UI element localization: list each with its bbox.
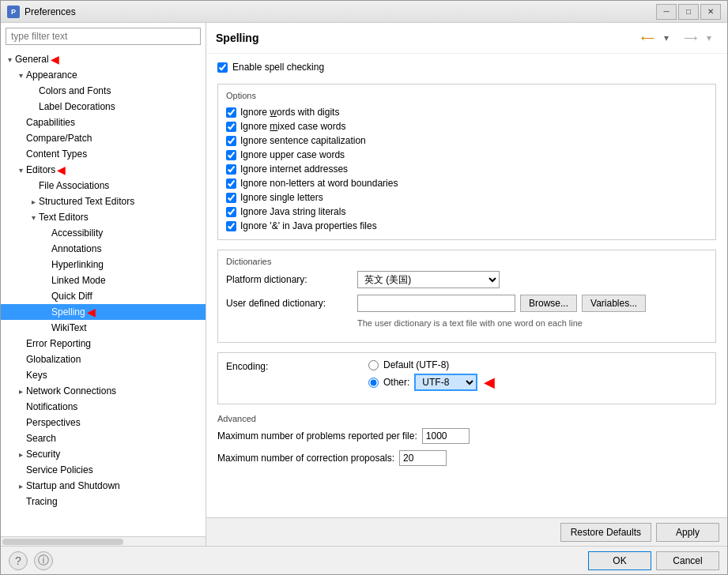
nav-dropdown2-button[interactable]: ▾ [700, 29, 718, 47]
encoding-other-radio[interactable] [368, 378, 379, 388]
cb-mixed[interactable] [226, 122, 236, 132]
tree-item-editors[interactable]: ▾ Editors ◀ [1, 162, 206, 178]
info-button[interactable]: ⓘ [34, 551, 53, 570]
tree-label-service-policies: Service Policies [26, 464, 93, 475]
browse-button[interactable]: Browse... [520, 295, 577, 312]
tree-label-text-editors: Text Editors [39, 212, 89, 223]
enable-spell-checkbox[interactable] [217, 62, 228, 73]
tree-item-notifications[interactable]: ▸ Notifications [1, 399, 206, 415]
right-panel: Spelling ⟵ ▾ ⟶ ▾ Enable spell checking [206, 23, 727, 546]
checkbox-digits: Ignore words with digits [226, 105, 707, 119]
nav-back-button[interactable]: ⟵ [639, 29, 656, 47]
tree-label-annotations: Annotations [51, 243, 101, 254]
close-button[interactable]: ✕ [700, 4, 721, 20]
nav-dropdown-button[interactable]: ▾ [658, 29, 675, 47]
checkbox-ampersand: Ignore '&' in Java properties files [226, 219, 707, 233]
tree-item-linked-mode[interactable]: ▸ Linked Mode [1, 272, 206, 288]
tree-label-label-decorations: Label Decorations [39, 101, 115, 112]
tree-item-file-associations[interactable]: ▸ File Associations [1, 178, 206, 194]
tree-item-structured[interactable]: ▸ Structured Text Editors [1, 194, 206, 209]
window-title: Preferences [25, 6, 656, 17]
left-panel: ▾ General ◀ ▾ Appearance ▸ Colors and Fo… [1, 23, 206, 546]
apply-button[interactable]: Apply [656, 523, 719, 542]
tree: ▾ General ◀ ▾ Appearance ▸ Colors and Fo… [1, 50, 206, 536]
tree-item-label-decorations[interactable]: ▸ Label Decorations [1, 99, 206, 115]
tree-item-wikitext[interactable]: ▸ WikiText [1, 320, 206, 336]
nav-forward-button[interactable]: ⟶ [681, 29, 699, 47]
encoding-default-radio[interactable] [368, 360, 379, 370]
tree-item-capabilities[interactable]: ▸ Capabilities [1, 115, 206, 130]
cb-sentence[interactable] [226, 136, 236, 146]
options-title: Options [226, 91, 707, 100]
minimize-button[interactable]: ─ [656, 4, 677, 20]
tree-item-general[interactable]: ▾ General ◀ [1, 51, 206, 67]
tree-label-linked-mode: Linked Mode [51, 275, 106, 286]
checkbox-non-letters: Ignore non-letters at word boundaries [226, 176, 707, 190]
max-corrections-input[interactable] [399, 450, 447, 466]
scrollbar-track [2, 539, 123, 545]
ok-button[interactable]: OK [588, 551, 651, 570]
tree-item-security[interactable]: ▸ Security [1, 446, 206, 462]
filter-input[interactable] [6, 28, 201, 45]
cb-java-string[interactable] [226, 207, 236, 217]
max-problems-label: Maximum number of problems reported per … [217, 430, 417, 442]
enable-spell-label: Enable spell checking [232, 62, 324, 73]
tree-label-editors: Editors [26, 164, 55, 175]
right-toolbar: ⟵ ▾ ⟶ ▾ [639, 29, 718, 47]
encoding-other-select[interactable]: UTF-8 [414, 374, 477, 391]
main-content: ▾ General ◀ ▾ Appearance ▸ Colors and Fo… [1, 23, 727, 546]
encoding-row: Encoding: Default (UTF-8) Other: UTF-8 [226, 359, 707, 391]
help-button[interactable]: ? [9, 551, 28, 570]
tree-label-error-reporting: Error Reporting [26, 338, 91, 349]
cb-sentence-label: Ignore sentence capitalization [240, 135, 366, 146]
tree-item-accessibility[interactable]: ▸ Accessibility [1, 225, 206, 241]
tree-item-text-editors[interactable]: ▾ Text Editors [1, 209, 206, 225]
encoding-label: Encoding: [226, 359, 353, 372]
tree-item-spelling[interactable]: ▸ Spelling ◀ [1, 304, 206, 320]
cb-digits[interactable] [226, 107, 236, 118]
title-bar: P Preferences ─ □ ✕ [1, 1, 727, 23]
tree-item-error-reporting[interactable]: ▸ Error Reporting [1, 336, 206, 351]
tree-item-compare-patch[interactable]: ▸ Compare/Patch [1, 130, 206, 146]
tree-label-wikitext: WikiText [51, 322, 87, 333]
advanced-section: Advanced Maximum number of problems repo… [217, 414, 716, 466]
tree-item-content-types[interactable]: ▸ Content Types [1, 146, 206, 162]
expand-icon-appearance: ▾ [15, 70, 26, 81]
cb-non-letters[interactable] [226, 179, 236, 189]
tree-item-tracing[interactable]: ▸ Tracing [1, 494, 206, 509]
variables-button[interactable]: Variables... [582, 295, 646, 312]
expand-icon-general: ▾ [4, 54, 15, 65]
tree-item-hyperlinking[interactable]: ▸ Hyperlinking [1, 257, 206, 272]
encoding-section: Encoding: Default (UTF-8) Other: UTF-8 [217, 352, 716, 404]
tree-item-keys[interactable]: ▸ Keys [1, 367, 206, 383]
max-problems-input[interactable] [422, 428, 470, 444]
tree-item-search[interactable]: ▸ Search [1, 430, 206, 446]
horizontal-scrollbar[interactable] [1, 536, 206, 546]
tree-item-annotations[interactable]: ▸ Annotations [1, 241, 206, 257]
tree-label-globalization: Globalization [26, 354, 81, 365]
tree-item-quick-diff[interactable]: ▸ Quick Diff [1, 288, 206, 304]
cb-upper[interactable] [226, 150, 236, 160]
cb-ampersand[interactable] [226, 221, 236, 231]
red-arrow-general: ◀ [51, 53, 59, 66]
tree-label-search: Search [26, 433, 56, 444]
restore-defaults-button[interactable]: Restore Defaults [560, 523, 651, 542]
cb-internet[interactable] [226, 164, 236, 175]
tree-item-appearance[interactable]: ▾ Appearance [1, 67, 206, 83]
user-dict-input[interactable] [357, 295, 515, 312]
bottom-left-icons: ? ⓘ [9, 551, 53, 570]
tree-item-service-policies[interactable]: ▸ Service Policies [1, 462, 206, 478]
tree-item-network[interactable]: ▸ Network Connections [1, 383, 206, 399]
cb-single[interactable] [226, 193, 236, 203]
tree-item-perspectives[interactable]: ▸ Perspectives [1, 415, 206, 430]
tree-item-globalization[interactable]: ▸ Globalization [1, 351, 206, 367]
tree-item-colors-fonts[interactable]: ▸ Colors and Fonts [1, 83, 206, 99]
platform-dict-select[interactable]: 英文 (美国) [357, 271, 500, 288]
cancel-button[interactable]: Cancel [656, 551, 719, 570]
maximize-button[interactable]: □ [678, 4, 699, 20]
cb-digits-label: Ignore words with digits [240, 107, 339, 118]
tree-item-startup-shutdown[interactable]: ▸ Startup and Shutdown [1, 478, 206, 494]
right-header: Spelling ⟵ ▾ ⟶ ▾ [206, 23, 727, 54]
encoding-default-label: Default (UTF-8) [383, 359, 449, 370]
action-buttons-bar: Restore Defaults Apply [206, 517, 727, 546]
